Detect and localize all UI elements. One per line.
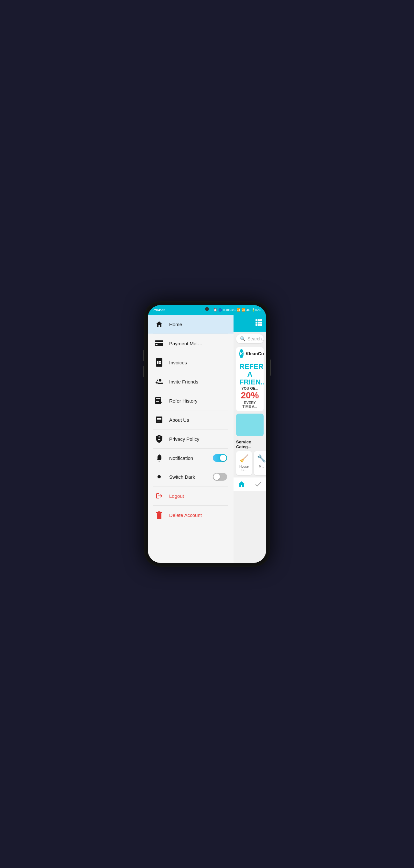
signal-icon: 📶 [242,308,245,312]
house-cleaning-icon: 🧹 [240,455,248,463]
invoices-icon [154,358,164,367]
invite-icon [154,377,164,386]
bottom-nav-check[interactable] [254,480,262,488]
svg-rect-14 [157,421,160,422]
sidebar-home-label: Home [169,321,227,327]
delete-icon [154,510,164,520]
status-time: 7:04:32 [153,308,165,312]
right-panel: 🔍 Search... K KleanCor REFER AFRIEN... [234,315,266,563]
refer-banner: REFER AFRIEN... YOU GE... 20% EVERY TIME… [236,360,264,411]
sidebar-invite-label: Invite Friends [169,379,227,384]
house-cleaning-label: House C... [239,465,249,472]
svg-rect-19 [258,321,260,323]
service-title: Service Categ... [236,439,264,449]
alarm-icon: ⏰ [213,308,217,312]
svg-rect-23 [260,324,262,326]
service-area: Service Categ... 🧹 House C... 🔧 M... [234,438,266,477]
sidebar-notification-label: Notification [169,455,208,461]
data-speed: 0.18KB/S [223,308,236,312]
notification-toggle[interactable] [213,454,227,462]
brand-logo-row: K KleanCor [236,347,264,360]
svg-rect-9 [156,400,161,400]
darkmode-toggle[interactable] [213,473,227,480]
svg-rect-20 [260,321,262,323]
home-icon [154,319,164,329]
sidebar-item-home[interactable]: Home [148,315,234,334]
banner-percent: 20% [239,390,261,401]
sidebar-item-delete[interactable]: Delete Account [148,505,234,524]
svg-rect-2 [156,344,158,345]
sidebar-logout-label: Logout [169,493,227,499]
phone-screen: 7:04:32 ⏰ 🔵 0.18KB/S 📶 📶 4G 🔋87% [148,305,266,563]
sidebar-payment-label: Payment Met… [169,341,227,346]
notification-icon [154,453,164,463]
svg-rect-4 [157,361,159,364]
darkmode-toggle-knob [213,473,220,480]
logout-icon [154,491,164,501]
svg-rect-12 [157,418,162,419]
volume-up-button [143,350,144,361]
banner-sub: EVERY TIME A... [239,401,261,408]
privacy-icon [154,434,164,444]
svg-rect-16 [258,319,260,321]
sidebar-item-invite[interactable]: Invite Friends [148,372,234,391]
sidebar-privacy-label: Privacy Policy [169,436,227,442]
svg-rect-0 [155,340,163,346]
sidebar-refer-label: Refer History [169,398,227,404]
notification-toggle-knob [220,455,227,461]
darkmode-icon [154,472,164,482]
more-service-icon: 🔧 [257,455,266,463]
refer-history-icon [154,396,164,405]
volume-down-button [143,366,144,377]
search-bar[interactable]: 🔍 Search... [236,334,264,343]
grid-icon[interactable] [255,319,262,328]
sidebar-item-refer[interactable]: Refer History [148,391,234,410]
camera [205,307,209,311]
sidebar-item-payment[interactable]: Payment Met… [148,334,234,353]
brand-banner: K KleanCor REFER AFRIEN... YOU GE... 20%… [236,347,264,411]
sidebar-item-invoices[interactable]: Invoices [148,353,234,372]
svg-rect-10 [156,401,159,402]
service-card-house[interactable]: 🧹 House C... [236,451,252,475]
svg-rect-1 [155,342,163,343]
sidebar-item-privacy[interactable]: Privacy Policy [148,430,234,448]
sidebar-item-about[interactable]: About Us [148,410,234,429]
svg-rect-21 [255,324,257,326]
search-icon: 🔍 [240,336,245,341]
power-button [270,360,271,376]
wifi-icon: 📶 [237,308,240,312]
sidebar-item-logout[interactable]: Logout [148,487,234,505]
4g-icon: 4G [246,308,250,312]
search-placeholder: Search... [247,336,266,341]
more-service-label: M... [259,465,264,468]
svg-rect-7 [155,397,161,404]
sidebar-item-notification[interactable]: Notification [148,448,234,467]
bottom-nav-home[interactable] [238,480,245,488]
banner-you-get: YOU GE... [239,386,261,390]
payment-icon [154,338,164,348]
service-cards: 🧹 House C... 🔧 M... [236,451,264,475]
service-card-more[interactable]: 🔧 M... [254,451,266,475]
svg-rect-5 [159,363,161,364]
brand-name: KleanCor [245,351,264,356]
svg-rect-6 [159,361,161,362]
svg-rect-22 [258,324,260,326]
kc-logo-circle: K [239,349,244,358]
sidebar-about-label: About Us [169,417,227,423]
right-header [234,315,266,332]
sidebar-item-darkmode[interactable]: Switch Dark [148,467,234,486]
svg-rect-17 [260,319,262,321]
status-icons: ⏰ 🔵 0.18KB/S 📶 📶 4G 🔋87% [213,308,261,312]
bluetooth-icon: 🔵 [218,308,222,312]
sidebar-invoices-label: Invoices [169,360,227,365]
sidebar-delete-label: Delete Account [169,513,227,518]
svg-rect-8 [156,398,161,399]
teal-banner [236,413,264,436]
battery-icon: 🔋87% [252,308,261,312]
content-area: Home Payment Met… [148,315,266,563]
svg-rect-13 [157,420,162,420]
sidebar: Home Payment Met… [148,315,234,563]
bottom-nav [234,477,266,491]
banner-refer-text: REFER AFRIEN... [239,363,261,386]
phone-frame: 7:04:32 ⏰ 🔵 0.18KB/S 📶 📶 4G 🔋87% [144,301,270,567]
